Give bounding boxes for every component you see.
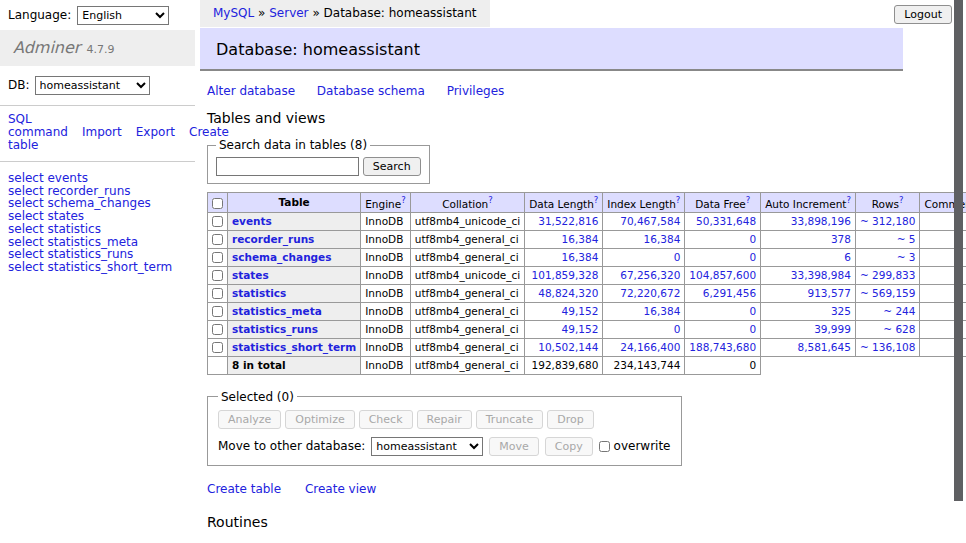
- sidebar-select-statistics-link[interactable]: select statistics: [8, 223, 187, 236]
- index-length-link[interactable]: 0: [674, 323, 681, 335]
- repair-button[interactable]: Repair: [417, 410, 472, 429]
- auto-increment-link[interactable]: 33,898,196: [791, 215, 851, 227]
- row-checkbox[interactable]: [212, 288, 223, 299]
- engine-cell: InnoDB: [361, 302, 411, 320]
- data-length-help-link[interactable]: ?: [594, 195, 599, 205]
- rows-count-link[interactable]: ~ 244: [883, 305, 915, 317]
- data-free-link[interactable]: 0: [749, 305, 756, 317]
- rows-count-link[interactable]: ~ 569,159: [860, 287, 916, 299]
- column-header-engine: Engine?: [361, 193, 411, 213]
- data-length-link[interactable]: 10,502,144: [538, 341, 598, 353]
- auto-increment-link[interactable]: 378: [831, 233, 851, 245]
- auto-increment-link[interactable]: 325: [831, 305, 851, 317]
- breadcrumb-mysql-link[interactable]: MySQL: [213, 6, 254, 20]
- privileges-link[interactable]: Privileges: [447, 84, 505, 98]
- data-free-link[interactable]: 6,291,456: [703, 287, 756, 299]
- index-length-link[interactable]: 70,467,584: [620, 215, 680, 227]
- drop-button[interactable]: Drop: [547, 410, 593, 429]
- data-free-link[interactable]: 50,331,648: [696, 215, 756, 227]
- table-link-schema-changes[interactable]: schema_changes: [232, 251, 332, 263]
- create-table-bottom-link[interactable]: Create table: [207, 482, 281, 496]
- select-all-checkbox[interactable]: [212, 198, 223, 209]
- data-length-link[interactable]: 101,859,328: [532, 269, 599, 281]
- index-length-link[interactable]: 0: [674, 251, 681, 263]
- data-length-link[interactable]: 16,384: [562, 233, 599, 245]
- auto-increment-help-link[interactable]: ?: [846, 195, 851, 205]
- engine-help-link[interactable]: ?: [401, 195, 406, 205]
- move-button[interactable]: Move: [489, 437, 539, 456]
- index-length-help-link[interactable]: ?: [676, 195, 681, 205]
- rows-count-link[interactable]: ~ 299,833: [860, 269, 916, 281]
- table-link-statistics[interactable]: statistics: [232, 287, 286, 299]
- auto-increment-link[interactable]: 33,398,984: [791, 269, 851, 281]
- scrollbar-thumb[interactable]: [954, 0, 963, 501]
- optimize-button[interactable]: Optimize: [285, 410, 354, 429]
- analyze-button[interactable]: Analyze: [218, 410, 281, 429]
- search-input[interactable]: [216, 157, 359, 176]
- index-length-link[interactable]: 16,384: [644, 305, 681, 317]
- engine-cell: InnoDB: [361, 266, 411, 284]
- truncate-button[interactable]: Truncate: [476, 410, 543, 429]
- rows-count-link[interactable]: ~ 628: [883, 323, 915, 335]
- language-select[interactable]: English: [77, 6, 169, 25]
- auto-increment-link[interactable]: 6: [844, 251, 851, 263]
- auto-increment-link[interactable]: 39,999: [814, 323, 851, 335]
- auto-increment-link[interactable]: 913,577: [808, 287, 851, 299]
- rows-count-link[interactable]: ~ 136,108: [860, 341, 916, 353]
- search-button[interactable]: Search: [363, 157, 421, 176]
- rows-count-link[interactable]: ~ 312,180: [860, 215, 916, 227]
- rows-count-link[interactable]: ~ 5: [897, 233, 916, 245]
- data-length-link[interactable]: 48,824,320: [538, 287, 598, 299]
- rows-count-link[interactable]: ~ 3: [897, 251, 916, 263]
- table-link-recorder-runs[interactable]: recorder_runs: [232, 233, 314, 245]
- data-free-help-link[interactable]: ?: [746, 195, 751, 205]
- index-length-link[interactable]: 67,256,320: [620, 269, 680, 281]
- auto-increment-link[interactable]: 8,581,645: [797, 341, 850, 353]
- data-free-link[interactable]: 104,857,600: [689, 269, 756, 281]
- export-link[interactable]: Export: [136, 125, 175, 139]
- data-free-link[interactable]: 0: [749, 323, 756, 335]
- row-checkbox[interactable]: [212, 306, 223, 317]
- sidebar-select-events-link[interactable]: select events: [8, 172, 187, 185]
- table-link-statistics-meta[interactable]: statistics_meta: [232, 305, 322, 317]
- rows-help-link[interactable]: ?: [899, 195, 904, 205]
- row-checkbox[interactable]: [212, 342, 223, 353]
- database-schema-link[interactable]: Database schema: [317, 84, 425, 98]
- table-link-statistics-runs[interactable]: statistics_runs: [232, 323, 318, 335]
- index-length-link[interactable]: 24,166,400: [620, 341, 680, 353]
- move-database-select[interactable]: homeassistant: [371, 437, 483, 456]
- row-checkbox[interactable]: [212, 234, 223, 245]
- index-length-link[interactable]: 72,220,672: [620, 287, 680, 299]
- data-length-link[interactable]: 16,384: [562, 251, 599, 263]
- row-checkbox[interactable]: [212, 270, 223, 281]
- data-length-link[interactable]: 49,152: [562, 305, 599, 317]
- table-link-statistics-short-term[interactable]: statistics_short_term: [232, 341, 356, 353]
- import-link[interactable]: Import: [82, 125, 122, 139]
- create-view-link[interactable]: Create view: [305, 482, 376, 496]
- alter-database-link[interactable]: Alter database: [207, 84, 295, 98]
- breadcrumb-server-link[interactable]: Server: [269, 6, 308, 20]
- check-button[interactable]: Check: [359, 410, 413, 429]
- table-link-states[interactable]: states: [232, 269, 269, 281]
- table-link-list: select eventsselect recorder_runsselect …: [0, 162, 195, 284]
- row-checkbox[interactable]: [212, 252, 223, 263]
- collation-help-link[interactable]: ?: [488, 195, 493, 205]
- table-link-events[interactable]: events: [232, 215, 272, 227]
- data-free-link[interactable]: 0: [749, 251, 756, 263]
- sidebar-select-statistics-short-term-link[interactable]: select statistics_short_term: [8, 261, 187, 274]
- row-checkbox[interactable]: [212, 324, 223, 335]
- overwrite-checkbox[interactable]: [599, 441, 610, 452]
- copy-button[interactable]: Copy: [545, 437, 593, 456]
- table-name-cell: recorder_runs: [228, 230, 361, 248]
- index-length-link[interactable]: 16,384: [644, 233, 681, 245]
- data-length-link[interactable]: 49,152: [562, 323, 599, 335]
- column-header-label: Engine: [365, 198, 401, 210]
- sidebar-select-states-link[interactable]: select states: [8, 210, 187, 223]
- db-select[interactable]: homeassistant: [35, 76, 150, 95]
- data-length-link[interactable]: 31,522,816: [538, 215, 598, 227]
- data-free-link[interactable]: 188,743,680: [689, 341, 756, 353]
- sql-command-link[interactable]: SQL command: [8, 112, 68, 139]
- data-free-link[interactable]: 0: [749, 233, 756, 245]
- logout-button[interactable]: Logout: [894, 5, 952, 24]
- row-checkbox[interactable]: [212, 216, 223, 227]
